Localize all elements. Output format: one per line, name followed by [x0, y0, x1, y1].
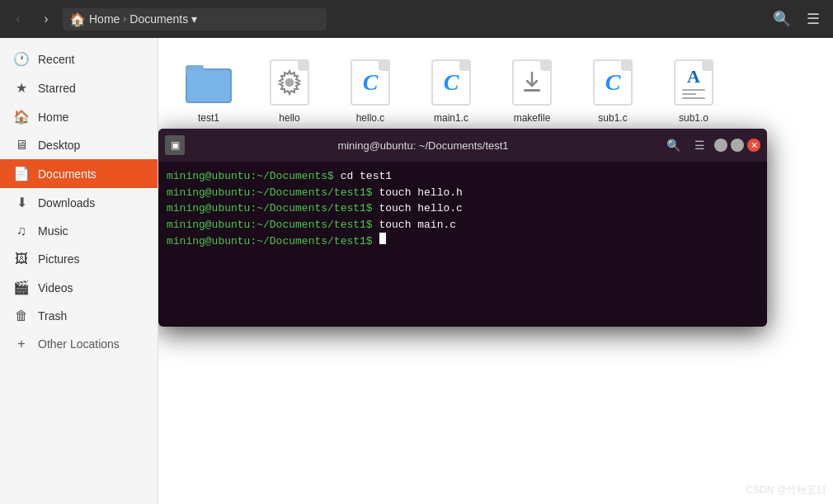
- breadcrumb-current[interactable]: Documents ▾: [129, 12, 197, 26]
- terminal-prompt-3: mining@ubuntu:~/Documents/test1$: [167, 200, 379, 217]
- breadcrumb-current-label: Documents: [129, 12, 188, 26]
- file-name-sub1-o: sub1.o: [679, 112, 708, 124]
- terminal-prompt-4: mining@ubuntu:~/Documents/test1$: [167, 217, 379, 233]
- terminal-cmd-3: touch hello.c: [379, 200, 462, 217]
- terminal-cmd-4: touch main.c: [379, 217, 456, 233]
- doc-title-letter: A: [687, 66, 700, 87]
- terminal-window-controls: 🔍 ☰ ✕: [661, 134, 760, 157]
- terminal-prompt-1: mining@ubuntu:~/Documents$: [167, 168, 341, 185]
- c-file-icon-main1-c: C: [426, 58, 476, 107]
- file-grid: test1 hello C: [172, 51, 820, 130]
- file-area: test1 hello C: [158, 38, 833, 504]
- file-item-sub1-c[interactable]: C sub1.c: [576, 51, 650, 130]
- file-name-main1-c: main1.c: [434, 112, 468, 124]
- terminal-cmd-2: touch hello.h: [379, 185, 462, 201]
- file-item-test1[interactable]: test1: [172, 51, 246, 130]
- terminal-search-button[interactable]: 🔍: [661, 134, 685, 157]
- sidebar-label-other-locations: Other Locations: [38, 337, 120, 351]
- file-item-makefile[interactable]: makefile: [495, 51, 569, 130]
- sidebar-item-trash[interactable]: 🗑 Trash: [0, 302, 158, 330]
- terminal-line-4: mining@ubuntu:~/Documents/test1$ touch m…: [167, 217, 759, 233]
- terminal-close-button[interactable]: ✕: [747, 139, 760, 152]
- sidebar-item-pictures[interactable]: 🖼 Pictures: [0, 245, 158, 273]
- add-location-icon: +: [13, 337, 30, 351]
- terminal-title: mining@ubuntu: ~/Documents/test1: [190, 139, 657, 152]
- sidebar-label-desktop: Desktop: [38, 139, 80, 152]
- sidebar-item-home[interactable]: 🏠 Home: [0, 102, 158, 131]
- desktop-icon: 🖥: [13, 138, 30, 153]
- c-file-icon-hello-c: C: [346, 58, 395, 107]
- terminal-prompt-2: mining@ubuntu:~/Documents/test1$: [167, 185, 379, 201]
- sidebar-label-pictures: Pictures: [38, 252, 80, 266]
- sidebar-item-other-locations[interactable]: + Other Locations: [0, 330, 158, 358]
- gear-file-icon-hello: [265, 58, 314, 107]
- breadcrumb-separator: ›: [123, 13, 126, 25]
- terminal-titlebar: ▣ mining@ubuntu: ~/Documents/test1 🔍 ☰ ✕: [158, 129, 767, 162]
- file-item-sub1-o[interactable]: A sub1.o: [657, 51, 731, 130]
- file-item-hello-c[interactable]: C hello.c: [333, 51, 407, 130]
- sidebar-label-downloads: Downloads: [38, 196, 95, 210]
- sidebar-item-desktop[interactable]: 🖥 Desktop: [0, 131, 158, 159]
- sidebar-label-recent: Recent: [38, 53, 74, 66]
- terminal-cmd-1: cd test1: [341, 168, 392, 185]
- breadcrumb-home-label: Home: [89, 12, 120, 26]
- videos-icon: 🎬: [13, 280, 30, 295]
- music-icon: ♫: [13, 224, 30, 238]
- sidebar-item-documents[interactable]: 📄 Documents: [0, 159, 158, 188]
- documents-icon: 📄: [13, 166, 30, 181]
- terminal-minimize-button[interactable]: [714, 139, 727, 152]
- file-name-hello-c: hello.c: [356, 112, 385, 124]
- file-item-hello[interactable]: hello: [252, 51, 327, 130]
- terminal-maximize-button[interactable]: [731, 139, 744, 152]
- file-item-main1-c[interactable]: C main1.c: [414, 51, 488, 130]
- terminal-body[interactable]: mining@ubuntu:~/Documents$ cd test1 mini…: [158, 162, 767, 327]
- back-button[interactable]: ‹: [7, 7, 30, 31]
- sidebar-item-recent[interactable]: 🕐 Recent: [0, 45, 158, 73]
- sidebar-label-documents: Documents: [38, 167, 96, 181]
- terminal-menu-button[interactable]: ☰: [688, 134, 711, 157]
- recent-icon: 🕐: [13, 51, 30, 67]
- downloads-icon: ⬇: [13, 195, 30, 210]
- sidebar-item-downloads[interactable]: ⬇ Downloads: [0, 188, 158, 217]
- terminal-line-5: mining@ubuntu:~/Documents/test1$: [167, 233, 759, 250]
- view-options-button[interactable]: ☰: [800, 6, 826, 32]
- breadcrumb: 🏠 Home › Documents ▾: [63, 8, 327, 31]
- terminal-app-icon: ▣: [165, 135, 185, 155]
- search-button[interactable]: 🔍: [769, 6, 795, 32]
- sidebar-label-music: Music: [38, 224, 68, 238]
- home-sidebar-icon: 🏠: [13, 109, 30, 125]
- sidebar: 🕐 Recent ★ Starred 🏠 Home 🖥 Desktop 📄 Do…: [0, 38, 158, 504]
- breadcrumb-dropdown-icon: ▾: [191, 12, 197, 26]
- sidebar-item-videos[interactable]: 🎬 Videos: [0, 273, 158, 302]
- sidebar-item-starred[interactable]: ★ Starred: [0, 73, 158, 102]
- pictures-icon: 🖼: [13, 252, 30, 266]
- main-area: 🕐 Recent ★ Starred 🏠 Home 🖥 Desktop 📄 Do…: [0, 38, 833, 504]
- file-name-makefile: makefile: [514, 112, 551, 124]
- file-name-hello: hello: [279, 112, 299, 124]
- sidebar-item-music[interactable]: ♫ Music: [0, 217, 158, 245]
- watermark: CSDN @竹秋五日: [746, 483, 826, 497]
- terminal-cursor: [379, 233, 386, 244]
- sidebar-label-videos: Videos: [38, 281, 73, 294]
- terminal-prompt-5: mining@ubuntu:~/Documents/test1$: [167, 233, 379, 250]
- terminal-line-3: mining@ubuntu:~/Documents/test1$ touch h…: [167, 200, 759, 217]
- svg-rect-5: [524, 89, 540, 92]
- svg-point-4: [285, 78, 294, 87]
- doc-file-icon-sub1-o: A: [669, 58, 718, 107]
- starred-icon: ★: [13, 80, 30, 96]
- sidebar-label-trash: Trash: [38, 309, 67, 323]
- folder-icon-test1: [184, 58, 233, 107]
- sidebar-label-home: Home: [38, 111, 68, 124]
- terminal-line-2: mining@ubuntu:~/Documents/test1$ touch h…: [167, 185, 759, 201]
- make-file-icon-makefile: [507, 58, 557, 107]
- home-icon: 🏠: [69, 12, 86, 27]
- terminal-window: ▣ mining@ubuntu: ~/Documents/test1 🔍 ☰ ✕…: [158, 129, 767, 327]
- breadcrumb-home[interactable]: 🏠 Home: [69, 12, 120, 27]
- sidebar-label-starred: Starred: [38, 82, 76, 95]
- c-file-icon-sub1-c: C: [588, 58, 638, 107]
- topbar: ‹ › 🏠 Home › Documents ▾ 🔍 ☰: [0, 0, 833, 38]
- file-name-sub1-c: sub1.c: [598, 112, 627, 124]
- file-name-test1: test1: [198, 112, 219, 124]
- terminal-line-1: mining@ubuntu:~/Documents$ cd test1: [167, 168, 759, 185]
- forward-button[interactable]: ›: [35, 7, 58, 31]
